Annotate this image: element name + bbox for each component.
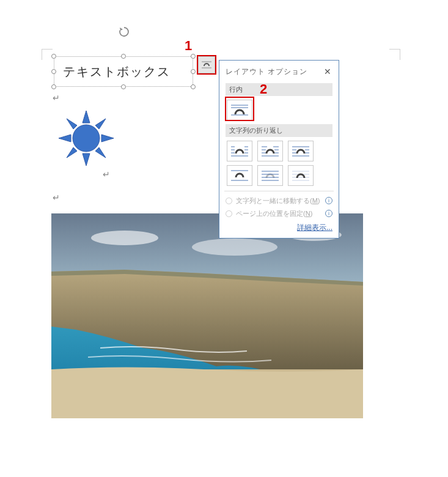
page-corner-top-left — [42, 49, 53, 60]
svg-marker-7 — [67, 147, 77, 158]
svg-marker-3 — [59, 135, 71, 142]
radio-fix-position: ページ上の位置を固定(N) i — [226, 209, 332, 218]
svg-marker-4 — [101, 135, 114, 142]
details-link[interactable]: 詳細表示... — [226, 223, 332, 233]
wrap-option-tight[interactable] — [257, 141, 283, 161]
sun-shape[interactable] — [57, 109, 115, 167]
text-box-content[interactable]: テキストボックス — [54, 56, 193, 87]
section-wrap-label: 文字列の折り返し — [226, 124, 332, 137]
resize-handle-bottom-center[interactable] — [121, 84, 126, 89]
svg-point-12 — [91, 231, 158, 245]
resize-handle-top-right[interactable] — [191, 54, 196, 59]
wrap-option-in-front-of-text[interactable] — [288, 165, 314, 186]
paragraph-mark: ↵ — [53, 193, 60, 202]
panel-title: レイアウト オプション — [226, 67, 307, 77]
wrap-option-through[interactable] — [288, 141, 314, 161]
resize-handle-top-left[interactable] — [51, 54, 56, 59]
svg-point-13 — [192, 239, 277, 256]
wrap-option-behind-text[interactable] — [257, 165, 283, 186]
inserted-image[interactable] — [51, 213, 363, 418]
wrap-option-top-bottom[interactable] — [227, 165, 252, 186]
svg-marker-6 — [95, 119, 106, 129]
wrap-option-inline[interactable] — [227, 100, 252, 120]
resize-handle-bottom-left[interactable] — [51, 84, 56, 89]
radio-icon — [226, 210, 232, 217]
paragraph-mark: ↵ — [53, 93, 60, 103]
svg-marker-1 — [83, 111, 90, 123]
resize-handle-middle-left[interactable] — [51, 69, 56, 74]
radio-icon — [226, 198, 232, 204]
svg-point-0 — [73, 125, 100, 152]
section-inline-label: 行内 — [226, 83, 332, 96]
page-corner-top-right — [389, 49, 400, 60]
wrap-option-square[interactable] — [227, 141, 252, 161]
resize-handle-middle-right[interactable] — [191, 69, 196, 74]
close-icon[interactable]: ✕ — [323, 67, 332, 77]
resize-handle-top-center[interactable] — [121, 54, 126, 59]
info-icon[interactable]: i — [325, 210, 332, 217]
svg-marker-8 — [95, 147, 106, 158]
layout-options-button[interactable] — [198, 56, 215, 73]
layout-options-panel: レイアウト オプション ✕ 行内 文字列の折り返し — [219, 60, 339, 239]
text-box[interactable]: テキストボックス — [54, 56, 193, 87]
paragraph-mark: ↵ — [103, 169, 110, 179]
annotation-number-1: 1 — [185, 38, 192, 54]
svg-marker-2 — [83, 153, 90, 166]
resize-handle-bottom-right[interactable] — [191, 84, 196, 89]
svg-marker-5 — [67, 119, 77, 129]
info-icon[interactable]: i — [325, 197, 332, 204]
rotate-handle-icon[interactable] — [117, 26, 131, 39]
radio-move-with-text: 文字列と一緒に移動する(M) i — [226, 196, 332, 205]
